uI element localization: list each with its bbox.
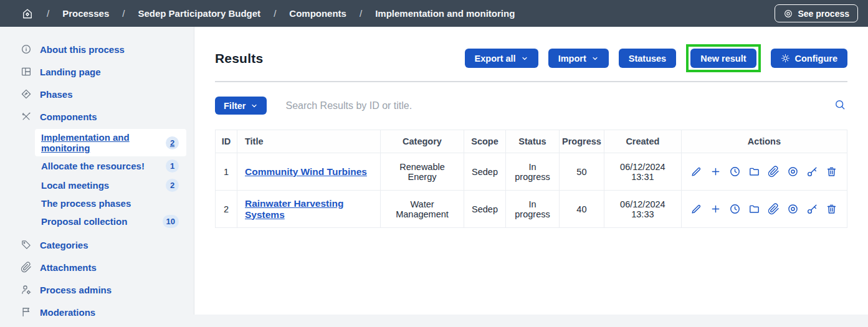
attachments-paperclip-icon[interactable] <box>768 166 780 178</box>
sidebar-component-process-phases[interactable]: The process phases <box>35 195 186 212</box>
result-title-link[interactable]: Rainwater Harvesting Systems <box>245 198 344 220</box>
result-title-link[interactable]: Community Wind Turbines <box>245 166 367 177</box>
chevron-down-icon <box>521 55 528 62</box>
sidebar-item-process-admins[interactable]: Process admins <box>0 278 194 301</box>
col-header-category: Category <box>381 130 464 153</box>
target-eye-icon <box>783 9 793 19</box>
tools-icon <box>21 111 32 122</box>
user-gear-icon <box>21 284 32 295</box>
count-badge: 2 <box>166 179 179 192</box>
history-clock-icon[interactable] <box>729 166 741 178</box>
sidebar-item-components[interactable]: Components <box>0 105 194 128</box>
title-divider <box>215 81 847 82</box>
search-icon <box>834 98 846 111</box>
permissions-key-icon[interactable] <box>806 166 818 178</box>
history-clock-icon[interactable] <box>729 203 741 215</box>
home-icon[interactable] <box>21 7 34 20</box>
component-label: Local meetings <box>41 180 109 191</box>
component-label: Implementation and monitoring <box>41 132 166 153</box>
result-status: In progress <box>506 153 560 191</box>
result-category: Renewable Energy <box>381 153 464 191</box>
statuses-label: Statuses <box>629 54 666 64</box>
folder-icon[interactable] <box>748 166 760 178</box>
chevron-down-icon <box>250 102 258 110</box>
sidebar-item-landing-page[interactable]: Landing page <box>0 60 194 83</box>
table-row: 2 Rainwater Harvesting Systems Water Man… <box>216 191 847 228</box>
folder-icon[interactable] <box>748 203 760 215</box>
sidebar-item-moderations[interactable]: Moderations <box>0 301 194 323</box>
col-header-id: ID <box>216 130 237 153</box>
component-label: The process phases <box>41 198 131 209</box>
process-sidebar: About this process Landing page Phases C… <box>0 27 194 315</box>
import-label: Import <box>558 54 586 64</box>
delete-trash-icon[interactable] <box>826 166 837 178</box>
results-panel: Results Export all Import Statuses New r… <box>194 27 868 315</box>
sidebar-item-label: Moderations <box>40 307 95 318</box>
export-all-label: Export all <box>475 54 516 64</box>
sidebar-component-proposal-collection[interactable]: Proposal collection 10 <box>35 212 186 231</box>
configure-button[interactable]: Configure <box>771 49 847 68</box>
sidebar-item-attachments[interactable]: Attachments <box>0 256 194 278</box>
sidebar-component-implementation-monitoring[interactable]: Implementation and monitoring 2 <box>35 129 186 156</box>
results-table: ID Title Category Scope Status Progress … <box>215 130 847 228</box>
sidebar-item-label: Categories <box>40 240 88 250</box>
search-input[interactable] <box>285 100 832 111</box>
search-button[interactable] <box>832 97 847 114</box>
add-icon[interactable] <box>710 203 722 215</box>
configure-label: Configure <box>795 54 837 64</box>
sidebar-item-categories[interactable]: Categories <box>0 234 194 256</box>
row-actions <box>689 203 839 215</box>
filter-label: Filter <box>224 101 246 111</box>
count-badge: 1 <box>166 159 179 173</box>
result-created: 06/12/2024 13:31 <box>604 153 681 191</box>
chevron-down-icon <box>591 55 599 62</box>
breadcrumb-process-name[interactable]: Sedep Participatory Budget <box>138 8 260 19</box>
breadcrumb-separator: / <box>360 8 362 19</box>
breadcrumb-current-component[interactable]: Implementation and monitoring <box>375 8 515 19</box>
flag-icon <box>21 306 32 318</box>
breadcrumb-separator: / <box>47 8 49 19</box>
result-progress: 40 <box>560 191 604 228</box>
see-process-label: See process <box>798 9 850 19</box>
export-all-button[interactable]: Export all <box>465 49 538 68</box>
sidebar-item-label: About this process <box>40 44 125 55</box>
preview-eye-icon[interactable] <box>787 166 799 178</box>
sidebar-item-label: Attachments <box>40 262 97 273</box>
edit-icon[interactable] <box>690 166 702 178</box>
row-actions <box>689 166 839 178</box>
result-scope: Sedep <box>464 153 506 191</box>
statuses-button[interactable]: Statuses <box>619 49 676 68</box>
col-header-created: Created <box>604 130 681 153</box>
result-scope: Sedep <box>464 191 506 228</box>
breadcrumb-separator: / <box>274 8 276 19</box>
sidebar-item-phases[interactable]: Phases <box>0 83 194 105</box>
sidebar-item-label: Phases <box>40 89 73 100</box>
sidebar-item-about[interactable]: About this process <box>0 38 194 60</box>
sidebar-component-allocate-resources[interactable]: Allocate the resources! 1 <box>35 156 186 176</box>
attachments-paperclip-icon[interactable] <box>768 203 780 215</box>
breadcrumb-processes[interactable]: Processes <box>62 8 109 19</box>
component-label: Allocate the resources! <box>41 161 145 171</box>
see-process-button[interactable]: See process <box>775 4 859 22</box>
paperclip-icon <box>21 262 32 273</box>
info-icon <box>21 44 32 55</box>
component-label: Proposal collection <box>41 216 127 227</box>
preview-eye-icon[interactable] <box>787 203 799 215</box>
col-header-progress: Progress <box>560 130 604 153</box>
import-button[interactable]: Import <box>548 49 609 68</box>
sidebar-component-local-meetings[interactable]: Local meetings 2 <box>35 176 186 195</box>
new-result-button[interactable]: New result <box>690 49 756 68</box>
highlight-box: New result <box>686 44 760 72</box>
edit-icon[interactable] <box>690 203 702 215</box>
layout-icon <box>21 66 32 77</box>
permissions-key-icon[interactable] <box>806 203 818 215</box>
breadcrumb-components[interactable]: Components <box>289 8 346 19</box>
phases-icon <box>21 88 32 100</box>
filter-button[interactable]: Filter <box>215 97 267 115</box>
delete-trash-icon[interactable] <box>826 203 837 215</box>
col-header-status: Status <box>506 130 560 153</box>
results-toolbar: Export all Import Statuses New result <box>465 44 847 72</box>
sidebar-item-label: Components <box>40 111 97 122</box>
add-icon[interactable] <box>710 166 722 178</box>
result-progress: 50 <box>560 153 604 191</box>
